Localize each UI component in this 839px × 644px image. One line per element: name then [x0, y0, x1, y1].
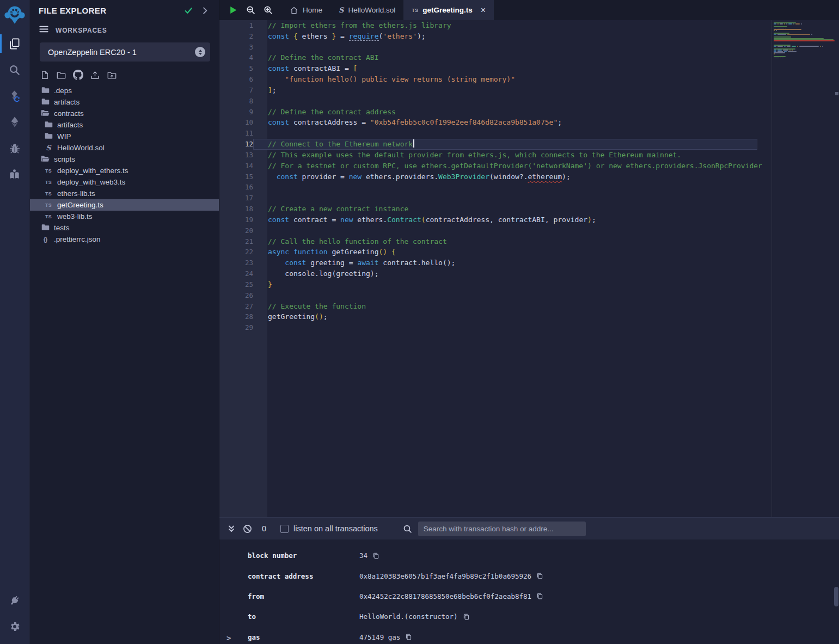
- copy-icon[interactable]: [536, 592, 543, 600]
- listen-transactions-checkbox[interactable]: [280, 525, 289, 533]
- debugger-button[interactable]: [0, 135, 29, 161]
- workspace-select[interactable]: OpenZeppelin ERC20 - 1: [40, 42, 210, 62]
- overview-ruler-mark: [835, 92, 838, 95]
- check-icon[interactable]: [184, 6, 193, 15]
- code-line-15[interactable]: 15 const provider = new ethers.providers…: [219, 171, 839, 182]
- code-line-21[interactable]: 21// Call the hello function of the cont…: [219, 236, 839, 247]
- tree-item-scripts[interactable]: scripts: [30, 154, 219, 165]
- close-tab-icon[interactable]: ×: [481, 6, 486, 15]
- ts-icon: TS: [45, 180, 52, 185]
- activity-bar-bottom: [0, 587, 29, 644]
- code-line-28[interactable]: 28getGreeting();: [219, 311, 839, 322]
- code-line-6[interactable]: 6 "function hello() public view returns …: [219, 74, 839, 85]
- code-line-5[interactable]: 5const contractABI = [: [219, 63, 839, 74]
- plugin-manager-button[interactable]: [0, 587, 29, 614]
- transaction-details: block number34contract address0x8a120383…: [219, 539, 839, 644]
- code-line-24[interactable]: 24 console.log(greeting);: [219, 268, 839, 279]
- terminal-prompt[interactable]: >: [226, 634, 231, 642]
- code-line-17[interactable]: 17: [219, 193, 839, 204]
- new-file-icon[interactable]: [40, 70, 50, 80]
- code-line-23[interactable]: 23 const greeting = await contract.hello…: [219, 257, 839, 268]
- chevron-right-icon[interactable]: [201, 7, 209, 15]
- code-line-12[interactable]: 12// Connect to the Ethereum network: [219, 139, 839, 150]
- line-number: 11: [219, 128, 253, 139]
- remix-logo-button[interactable]: [0, 0, 29, 30]
- code-line-18[interactable]: 18// Create a new contract instance: [219, 204, 839, 214]
- tab-helloworld-sol[interactable]: SHelloWorld.sol: [330, 0, 403, 20]
- tree-item-deploy-with-ethers-ts[interactable]: TSdeploy_with_ethers.ts: [30, 165, 219, 176]
- play-icon[interactable]: [229, 5, 238, 15]
- copy-icon[interactable]: [405, 633, 412, 641]
- json-icon: {}: [44, 236, 47, 243]
- tx-field-value: HelloWorld.(constructor): [359, 612, 470, 621]
- tree-item-getgreeting-ts[interactable]: TSgetGreeting.ts: [30, 199, 219, 211]
- vertical-scrollbar-thumb[interactable]: [834, 587, 838, 606]
- tree-item--deps[interactable]: .deps: [30, 85, 219, 96]
- json-icon: {}: [41, 236, 50, 243]
- github-icon[interactable]: [73, 70, 83, 80]
- copy-icon[interactable]: [536, 572, 543, 580]
- code-line-27[interactable]: 27// Execute the function: [219, 301, 839, 312]
- code-line-19[interactable]: 19const contract = new ethers.Contract(c…: [219, 214, 839, 225]
- settings-icon: [9, 621, 21, 633]
- tree-item-helloworld-sol[interactable]: SHelloWorld.sol: [30, 142, 219, 154]
- tree-item-wip[interactable]: WIP: [30, 131, 219, 142]
- line-number: 27: [219, 301, 253, 312]
- zoom-out-icon[interactable]: [246, 5, 255, 15]
- code-line-3[interactable]: 3: [219, 42, 839, 53]
- ts-icon: TS: [412, 8, 418, 13]
- code-line-13[interactable]: 13// This example uses the default provi…: [219, 150, 839, 161]
- publish-gist-icon[interactable]: [90, 70, 100, 80]
- settings-button[interactable]: [0, 614, 29, 640]
- solidity-compiler-button[interactable]: [0, 83, 29, 109]
- zoom-in-icon[interactable]: [264, 5, 273, 15]
- code-line-16[interactable]: 16: [219, 182, 839, 193]
- tab-home[interactable]: Home: [281, 0, 330, 20]
- tab-getgreeting-ts[interactable]: TSgetGreeting.ts×: [403, 0, 494, 20]
- tree-item-contracts[interactable]: contracts: [30, 108, 219, 119]
- code-line-29[interactable]: 29: [219, 322, 839, 333]
- code-line-9[interactable]: 9// Define the contract address: [219, 107, 839, 118]
- tree-item--prettierrc-json[interactable]: {}.prettierrc.json: [30, 234, 219, 245]
- hamburger-menu-icon[interactable]: [39, 24, 49, 36]
- line-content: // Execute the function: [253, 301, 757, 312]
- tree-item-tests[interactable]: tests: [30, 222, 219, 234]
- deploy-run-button[interactable]: [0, 109, 29, 135]
- learn-button[interactable]: [0, 161, 29, 187]
- search-button[interactable]: [0, 57, 29, 83]
- tx-row-gas: gas475149 gas: [248, 627, 839, 644]
- copy-icon[interactable]: [372, 552, 379, 560]
- line-content: [253, 193, 757, 204]
- tree-item-artifacts[interactable]: artifacts: [30, 119, 219, 131]
- code-line-1[interactable]: 1// Import ethers from the ethers.js lib…: [219, 20, 839, 31]
- tx-field-value: 475149 gas: [359, 633, 412, 641]
- code-line-14[interactable]: 14// For a testnet or custom RPC, use et…: [219, 161, 839, 171]
- code-area[interactable]: 1// Import ethers from the ethers.js lib…: [219, 20, 839, 517]
- code-line-22[interactable]: 22async function getGreeting() {: [219, 247, 839, 257]
- code-line-10[interactable]: 10const contractAddress = "0xb54febb5c0c…: [219, 117, 839, 128]
- code-line-11[interactable]: 11: [219, 128, 839, 139]
- copy-icon[interactable]: [463, 613, 470, 621]
- collapse-terminal-icon[interactable]: [227, 524, 236, 533]
- line-content: // Create a new contract instance: [253, 204, 757, 214]
- tx-field-label: from: [248, 592, 359, 600]
- code-line-25[interactable]: 25}: [219, 279, 839, 290]
- file-explorer-button[interactable]: [0, 30, 29, 57]
- minimap[interactable]: [774, 22, 837, 60]
- clear-console-icon[interactable]: [243, 524, 252, 533]
- tree-item-ethers-lib-ts[interactable]: TSethers-lib.ts: [30, 188, 219, 199]
- upload-folder-icon[interactable]: [107, 70, 117, 80]
- terminal-search-input[interactable]: [418, 522, 586, 536]
- tree-item-artifacts[interactable]: artifacts: [30, 96, 219, 108]
- new-folder-icon[interactable]: [56, 70, 66, 80]
- line-number: 23: [219, 257, 253, 268]
- tree-item-web3-lib-ts[interactable]: TSweb3-lib.ts: [30, 211, 219, 222]
- code-line-2[interactable]: 2const { ethers } = require('ethers');: [219, 31, 839, 42]
- code-line-7[interactable]: 7];: [219, 85, 839, 96]
- code-line-8[interactable]: 8: [219, 96, 839, 107]
- code-line-4[interactable]: 4// Define the contract ABI: [219, 52, 839, 63]
- line-number: 4: [219, 52, 253, 63]
- tree-item-deploy-with-web3-ts[interactable]: TSdeploy_with_web3.ts: [30, 176, 219, 188]
- code-line-26[interactable]: 26: [219, 290, 839, 301]
- code-line-20[interactable]: 20: [219, 225, 839, 236]
